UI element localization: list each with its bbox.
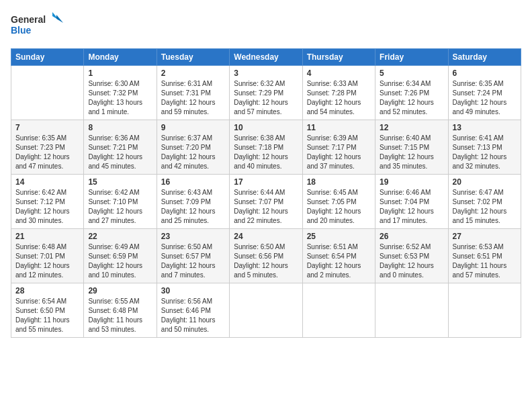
day-number: 8 bbox=[88, 123, 152, 132]
calendar-cell: 2Sunrise: 6:31 AMSunset: 7:31 PMDaylight… bbox=[157, 66, 229, 120]
weekday-header: Wednesday bbox=[230, 49, 302, 66]
calendar-header-row: SundayMondayTuesdayWednesdayThursdayFrid… bbox=[11, 49, 521, 66]
day-info: Sunrise: 6:42 AMSunset: 7:10 PMDaylight:… bbox=[88, 188, 152, 226]
day-number: 22 bbox=[88, 232, 152, 241]
day-info: Sunrise: 6:35 AMSunset: 7:24 PMDaylight:… bbox=[453, 79, 517, 117]
calendar-week-row: 1Sunrise: 6:30 AMSunset: 7:32 PMDaylight… bbox=[11, 66, 521, 120]
day-info: Sunrise: 6:43 AMSunset: 7:09 PMDaylight:… bbox=[161, 188, 225, 226]
calendar-cell bbox=[375, 283, 448, 338]
day-number: 24 bbox=[234, 232, 298, 241]
day-info: Sunrise: 6:49 AMSunset: 6:59 PMDaylight:… bbox=[88, 242, 152, 280]
calendar-cell: 10Sunrise: 6:38 AMSunset: 7:18 PMDayligh… bbox=[230, 120, 302, 175]
day-info: Sunrise: 6:34 AMSunset: 7:26 PMDaylight:… bbox=[380, 79, 443, 117]
day-number: 21 bbox=[15, 232, 79, 241]
calendar-week-row: 7Sunrise: 6:35 AMSunset: 7:23 PMDaylight… bbox=[11, 120, 521, 175]
calendar-week-row: 21Sunrise: 6:48 AMSunset: 7:01 PMDayligh… bbox=[11, 229, 521, 283]
day-number: 26 bbox=[380, 232, 443, 241]
calendar-cell: 13Sunrise: 6:41 AMSunset: 7:13 PMDayligh… bbox=[448, 120, 521, 175]
day-info: Sunrise: 6:50 AMSunset: 6:57 PMDaylight:… bbox=[161, 242, 225, 280]
calendar-cell: 3Sunrise: 6:32 AMSunset: 7:29 PMDaylight… bbox=[230, 66, 302, 120]
day-info: Sunrise: 6:37 AMSunset: 7:20 PMDaylight:… bbox=[161, 134, 225, 171]
calendar-cell: 17Sunrise: 6:44 AMSunset: 7:07 PMDayligh… bbox=[230, 175, 302, 229]
day-info: Sunrise: 6:40 AMSunset: 7:15 PMDaylight:… bbox=[380, 134, 443, 171]
day-number: 18 bbox=[307, 177, 371, 187]
calendar-cell: 23Sunrise: 6:50 AMSunset: 6:57 PMDayligh… bbox=[157, 229, 229, 283]
day-info: Sunrise: 6:44 AMSunset: 7:07 PMDaylight:… bbox=[234, 188, 298, 226]
day-info: Sunrise: 6:55 AMSunset: 6:48 PMDaylight:… bbox=[88, 297, 152, 334]
day-info: Sunrise: 6:45 AMSunset: 7:05 PMDaylight:… bbox=[307, 188, 371, 226]
calendar-cell: 26Sunrise: 6:52 AMSunset: 6:53 PMDayligh… bbox=[375, 229, 448, 283]
day-number: 11 bbox=[307, 123, 371, 132]
day-number: 13 bbox=[453, 123, 517, 132]
calendar-cell bbox=[11, 66, 84, 120]
day-number: 27 bbox=[453, 232, 517, 241]
calendar-cell: 19Sunrise: 6:46 AMSunset: 7:04 PMDayligh… bbox=[375, 175, 448, 229]
weekday-header: Thursday bbox=[302, 49, 375, 66]
calendar-cell: 9Sunrise: 6:37 AMSunset: 7:20 PMDaylight… bbox=[157, 120, 229, 175]
calendar-table: SundayMondayTuesdayWednesdayThursdayFrid… bbox=[11, 48, 521, 338]
calendar-cell: 18Sunrise: 6:45 AMSunset: 7:05 PMDayligh… bbox=[302, 175, 375, 229]
weekday-header: Friday bbox=[375, 49, 448, 66]
day-info: Sunrise: 6:31 AMSunset: 7:31 PMDaylight:… bbox=[161, 79, 225, 117]
weekday-header: Sunday bbox=[11, 49, 84, 66]
day-info: Sunrise: 6:48 AMSunset: 7:01 PMDaylight:… bbox=[15, 242, 79, 280]
day-number: 7 bbox=[15, 123, 79, 132]
day-number: 4 bbox=[307, 68, 371, 78]
calendar-cell: 30Sunrise: 6:56 AMSunset: 6:46 PMDayligh… bbox=[157, 283, 229, 338]
day-info: Sunrise: 6:38 AMSunset: 7:18 PMDaylight:… bbox=[234, 134, 298, 171]
day-info: Sunrise: 6:52 AMSunset: 6:53 PMDaylight:… bbox=[380, 242, 443, 280]
calendar-cell: 15Sunrise: 6:42 AMSunset: 7:10 PMDayligh… bbox=[84, 175, 157, 229]
day-info: Sunrise: 6:50 AMSunset: 6:56 PMDaylight:… bbox=[234, 242, 298, 280]
day-info: Sunrise: 6:51 AMSunset: 6:54 PMDaylight:… bbox=[307, 242, 371, 280]
calendar-cell: 5Sunrise: 6:34 AMSunset: 7:26 PMDaylight… bbox=[375, 66, 448, 120]
day-number: 1 bbox=[88, 68, 152, 78]
day-info: Sunrise: 6:47 AMSunset: 7:02 PMDaylight:… bbox=[453, 188, 517, 226]
calendar-cell: 7Sunrise: 6:35 AMSunset: 7:23 PMDaylight… bbox=[11, 120, 84, 175]
weekday-header: Tuesday bbox=[157, 49, 229, 66]
calendar-cell: 16Sunrise: 6:43 AMSunset: 7:09 PMDayligh… bbox=[157, 175, 229, 229]
calendar-cell: 24Sunrise: 6:50 AMSunset: 6:56 PMDayligh… bbox=[230, 229, 302, 283]
logo-svg: General Blue bbox=[11, 11, 64, 40]
calendar-cell: 20Sunrise: 6:47 AMSunset: 7:02 PMDayligh… bbox=[448, 175, 521, 229]
day-number: 17 bbox=[234, 177, 298, 187]
day-info: Sunrise: 6:56 AMSunset: 6:46 PMDaylight:… bbox=[161, 297, 225, 334]
svg-text:Blue: Blue bbox=[11, 25, 32, 36]
calendar-cell bbox=[230, 283, 302, 338]
day-number: 2 bbox=[161, 68, 225, 78]
calendar-cell: 27Sunrise: 6:53 AMSunset: 6:51 PMDayligh… bbox=[448, 229, 521, 283]
calendar-cell: 29Sunrise: 6:55 AMSunset: 6:48 PMDayligh… bbox=[84, 283, 157, 338]
calendar-cell: 11Sunrise: 6:39 AMSunset: 7:17 PMDayligh… bbox=[302, 120, 375, 175]
day-info: Sunrise: 6:54 AMSunset: 6:50 PMDaylight:… bbox=[15, 297, 79, 334]
day-number: 19 bbox=[380, 177, 443, 187]
page-header: General Blue bbox=[11, 11, 521, 40]
day-info: Sunrise: 6:53 AMSunset: 6:51 PMDaylight:… bbox=[453, 242, 517, 280]
day-number: 10 bbox=[234, 123, 298, 132]
calendar-cell: 12Sunrise: 6:40 AMSunset: 7:15 PMDayligh… bbox=[375, 120, 448, 175]
day-number: 15 bbox=[88, 177, 152, 187]
day-number: 9 bbox=[161, 123, 225, 132]
day-number: 6 bbox=[453, 68, 517, 78]
day-info: Sunrise: 6:35 AMSunset: 7:23 PMDaylight:… bbox=[15, 134, 79, 171]
day-number: 28 bbox=[15, 286, 79, 295]
calendar-cell: 4Sunrise: 6:33 AMSunset: 7:28 PMDaylight… bbox=[302, 66, 375, 120]
day-number: 23 bbox=[161, 232, 225, 241]
day-info: Sunrise: 6:32 AMSunset: 7:29 PMDaylight:… bbox=[234, 79, 298, 117]
calendar-cell bbox=[302, 283, 375, 338]
calendar-cell: 25Sunrise: 6:51 AMSunset: 6:54 PMDayligh… bbox=[302, 229, 375, 283]
weekday-header: Monday bbox=[84, 49, 157, 66]
day-number: 14 bbox=[15, 177, 79, 187]
day-number: 30 bbox=[161, 286, 225, 295]
calendar-cell: 28Sunrise: 6:54 AMSunset: 6:50 PMDayligh… bbox=[11, 283, 84, 338]
day-info: Sunrise: 6:41 AMSunset: 7:13 PMDaylight:… bbox=[453, 134, 517, 171]
calendar-cell: 8Sunrise: 6:36 AMSunset: 7:21 PMDaylight… bbox=[84, 120, 157, 175]
day-number: 5 bbox=[380, 68, 443, 78]
svg-marker-3 bbox=[56, 15, 63, 23]
day-number: 20 bbox=[453, 177, 517, 187]
weekday-header: Saturday bbox=[448, 49, 521, 66]
day-info: Sunrise: 6:42 AMSunset: 7:12 PMDaylight:… bbox=[15, 188, 79, 226]
day-number: 3 bbox=[234, 68, 298, 78]
day-info: Sunrise: 6:30 AMSunset: 7:32 PMDaylight:… bbox=[88, 79, 152, 117]
day-number: 16 bbox=[161, 177, 225, 187]
calendar-cell: 1Sunrise: 6:30 AMSunset: 7:32 PMDaylight… bbox=[84, 66, 157, 120]
day-info: Sunrise: 6:46 AMSunset: 7:04 PMDaylight:… bbox=[380, 188, 443, 226]
